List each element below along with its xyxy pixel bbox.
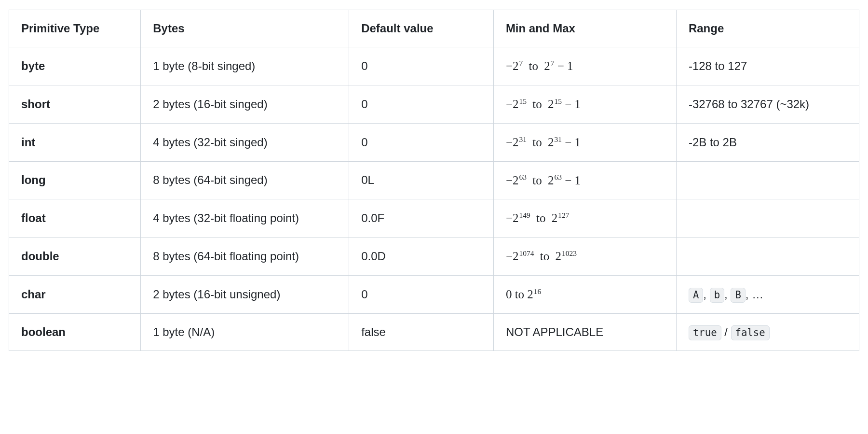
- math-expr: 0 to 216: [506, 288, 541, 301]
- cell-type: int: [9, 123, 141, 161]
- code-chip: A: [689, 288, 703, 303]
- col-header-range: Range: [676, 10, 859, 47]
- table-row: char 2 bytes (16-bit unsigned) 0 0 to 21…: [9, 275, 859, 313]
- table-row: int 4 bytes (32-bit singed) 0 231 to 231…: [9, 123, 859, 161]
- code-chip: B: [731, 288, 745, 303]
- cell-type: float: [9, 199, 141, 238]
- cell-minmax: 231 to 231 − 1: [493, 123, 676, 161]
- table-row: long 8 bytes (64-bit singed) 0L 263 to 2…: [9, 161, 859, 199]
- cell-bytes: 1 byte (8-bit singed): [141, 47, 349, 85]
- math-expr: 21074 to 21023: [506, 250, 577, 263]
- cell-minmax: 263 to 263 − 1: [493, 161, 676, 199]
- cell-default: 0: [349, 47, 494, 85]
- col-header-minmax: Min and Max: [493, 10, 676, 47]
- cell-type: double: [9, 238, 141, 276]
- cell-bytes: 1 byte (N/A): [141, 313, 349, 350]
- cell-minmax: 0 to 216: [493, 275, 676, 313]
- cell-type: char: [9, 275, 141, 313]
- page: Primitive Type Bytes Default value Min a…: [0, 0, 868, 361]
- cell-default: 0.0F: [349, 199, 494, 238]
- cell-type: boolean: [9, 313, 141, 350]
- math-expr: 215 to 215 − 1: [506, 98, 581, 111]
- cell-range: -128 to 127: [676, 47, 859, 85]
- cell-range: true / false: [676, 313, 859, 350]
- cell-bytes: 2 bytes (16-bit singed): [141, 85, 349, 124]
- primitive-types-table: Primitive Type Bytes Default value Min a…: [9, 10, 859, 351]
- cell-default: 0.0D: [349, 238, 494, 276]
- cell-type: byte: [9, 47, 141, 85]
- cell-bytes: 2 bytes (16-bit unsigned): [141, 275, 349, 313]
- cell-default: 0: [349, 85, 494, 124]
- math-expr: 2149 to 2127: [506, 211, 570, 224]
- cell-range: -2B to 2B: [676, 123, 859, 161]
- cell-minmax: 2149 to 2127: [493, 199, 676, 238]
- cell-range: [676, 199, 859, 238]
- cell-bytes: 8 bytes (64-bit floating point): [141, 238, 349, 276]
- cell-default: 0: [349, 123, 494, 161]
- cell-minmax: 27 to 27 − 1: [493, 47, 676, 85]
- cell-bytes: 4 bytes (32-bit floating point): [141, 199, 349, 238]
- cell-default: 0L: [349, 161, 494, 199]
- math-expr: 27 to 27 − 1: [506, 59, 573, 72]
- math-expr: 263 to 263 − 1: [506, 174, 581, 187]
- cell-type: long: [9, 161, 141, 199]
- table-row: short 2 bytes (16-bit singed) 0 215 to 2…: [9, 85, 859, 124]
- col-header-type: Primitive Type: [9, 10, 141, 47]
- cell-default: false: [349, 313, 494, 350]
- col-header-default: Default value: [349, 10, 494, 47]
- cell-bytes: 4 bytes (32-bit singed): [141, 123, 349, 161]
- cell-type: short: [9, 85, 141, 124]
- code-chip: b: [710, 288, 724, 303]
- table-row: byte 1 byte (8-bit singed) 0 27 to 27 − …: [9, 47, 859, 85]
- code-chip: false: [731, 325, 770, 340]
- cell-default: 0: [349, 275, 494, 313]
- cell-bytes: 8 bytes (64-bit singed): [141, 161, 349, 199]
- table-row: boolean 1 byte (N/A) false NOT APPLICABL…: [9, 313, 859, 350]
- table-row: float 4 bytes (32-bit floating point) 0.…: [9, 199, 859, 238]
- cell-range: -32768 to 32767 (~32k): [676, 85, 859, 124]
- table-header-row: Primitive Type Bytes Default value Min a…: [9, 10, 859, 47]
- table-row: double 8 bytes (64-bit floating point) 0…: [9, 238, 859, 276]
- cell-minmax: 215 to 215 − 1: [493, 85, 676, 124]
- table-body: byte 1 byte (8-bit singed) 0 27 to 27 − …: [9, 47, 859, 351]
- cell-range: A, b, B, …: [676, 275, 859, 313]
- cell-minmax: NOT APPLICABLE: [493, 313, 676, 350]
- code-chip: true: [689, 325, 721, 340]
- math-expr: 231 to 231 − 1: [506, 136, 581, 149]
- cell-range: [676, 238, 859, 276]
- cell-minmax: 21074 to 21023: [493, 238, 676, 276]
- cell-range: [676, 161, 859, 199]
- col-header-bytes: Bytes: [141, 10, 349, 47]
